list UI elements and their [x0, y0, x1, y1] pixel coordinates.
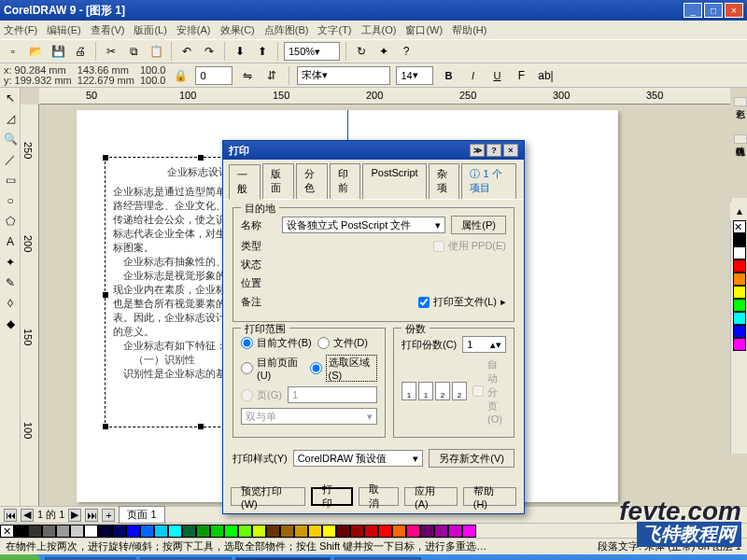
edit-text-icon[interactable]: ab|	[536, 66, 555, 85]
cut-icon[interactable]: ✂	[102, 42, 120, 61]
color-swatch[interactable]	[733, 338, 746, 351]
color-swatch[interactable]	[733, 299, 746, 312]
color-swatch[interactable]	[56, 525, 70, 538]
color-swatch[interactable]	[168, 525, 182, 538]
open-icon[interactable]: 📂	[26, 42, 45, 61]
first-page-icon[interactable]: ⏮	[4, 509, 17, 522]
start-button[interactable]: 开始	[0, 554, 41, 560]
dialog-help-icon[interactable]: ?	[486, 144, 501, 157]
color-swatch[interactable]	[266, 525, 280, 538]
redo-icon[interactable]: ↷	[200, 42, 218, 61]
last-page-icon[interactable]: ⏭	[85, 509, 98, 522]
page-tab[interactable]: 页面 1	[119, 506, 164, 524]
color-swatch[interactable]	[280, 525, 294, 538]
menu-edit[interactable]: 编辑(E)	[47, 23, 81, 37]
web-icon[interactable]: ?	[397, 42, 416, 61]
print-style-combo[interactable]: CorelDRAW 预设值▾	[293, 450, 424, 467]
tab-issues[interactable]: ⓘ 1 个项目	[461, 163, 516, 199]
underline-icon[interactable]: U	[487, 66, 506, 85]
color-swatch[interactable]	[196, 525, 210, 538]
eyedropper-tool-icon[interactable]: ✎	[0, 273, 21, 293]
color-swatch[interactable]	[294, 525, 308, 538]
dialog-expand-icon[interactable]: ≫	[470, 144, 485, 157]
color-swatch[interactable]	[182, 525, 196, 538]
tab-separations[interactable]: 分色	[296, 163, 328, 199]
mirror-h-icon[interactable]: ⇋	[238, 66, 257, 85]
freehand-tool-icon[interactable]: ／	[0, 149, 21, 170]
menu-tools[interactable]: 工具(O)	[361, 23, 397, 37]
color-swatch[interactable]	[733, 312, 746, 325]
palette-up-icon[interactable]: ▴	[730, 202, 748, 220]
text-tool-icon[interactable]: A	[0, 231, 21, 252]
menu-effects[interactable]: 效果(C)	[220, 23, 255, 37]
properties-button[interactable]: 属性(P)	[451, 216, 506, 234]
color-swatch[interactable]	[378, 525, 392, 538]
fill-docker-tab[interactable]: 特殊填色	[734, 134, 747, 144]
color-swatch[interactable]	[733, 259, 746, 273]
paste-icon[interactable]: 📋	[147, 42, 165, 61]
dialog-close-icon[interactable]: ×	[503, 144, 518, 157]
menu-arrange[interactable]: 安排(A)	[176, 23, 211, 37]
rectangle-tool-icon[interactable]: ▭	[0, 170, 21, 190]
apply-button[interactable]: 应用(A)	[404, 487, 458, 506]
color-swatch[interactable]	[112, 525, 126, 538]
color-swatch[interactable]	[406, 525, 420, 538]
minimize-button[interactable]: _	[684, 3, 702, 18]
tab-misc[interactable]: 杂项	[429, 163, 460, 199]
color-swatch[interactable]	[448, 525, 462, 538]
dialog-titlebar[interactable]: 打印 ≫ ? ×	[223, 141, 524, 160]
color-docker-tab[interactable]: 色彩	[734, 97, 747, 106]
color-swatch[interactable]	[434, 525, 448, 538]
lock-icon[interactable]: 🔒	[171, 66, 190, 85]
tab-layout[interactable]: 版面	[262, 163, 294, 199]
outline-tool-icon[interactable]: ◊	[0, 293, 21, 314]
selection-handle[interactable]	[198, 155, 204, 161]
documents-radio[interactable]	[317, 337, 330, 349]
color-swatch[interactable]	[462, 525, 476, 538]
current-doc-radio[interactable]	[241, 337, 253, 349]
cancel-button[interactable]: 取消	[359, 487, 399, 506]
color-swatch[interactable]	[733, 325, 746, 338]
interactive-tool-icon[interactable]: ✦	[0, 252, 21, 273]
selection-radio[interactable]	[310, 362, 322, 374]
selection-handle[interactable]	[103, 292, 108, 298]
maximize-button[interactable]: □	[704, 3, 723, 18]
color-swatch[interactable]	[420, 525, 434, 538]
polygon-tool-icon[interactable]: ⬠	[0, 211, 21, 231]
color-swatch[interactable]	[733, 286, 746, 299]
new-icon[interactable]: ▫	[4, 42, 22, 61]
export-icon[interactable]: ⬆	[253, 42, 272, 61]
print-to-file-checkbox[interactable]	[418, 297, 430, 308]
color-swatch[interactable]	[42, 525, 56, 538]
rotation-input[interactable]: 0	[195, 66, 233, 85]
refresh-icon[interactable]: ↻	[352, 42, 371, 61]
bold-icon[interactable]: B	[439, 66, 458, 85]
fill-tool-icon[interactable]: ◆	[0, 314, 21, 334]
color-swatch[interactable]	[322, 525, 336, 538]
pick-tool-icon[interactable]: ↖	[0, 88, 21, 108]
prev-page-icon[interactable]: ◀	[21, 509, 34, 522]
vertical-ruler[interactable]: 250 200 150 100	[21, 105, 39, 506]
color-swatch[interactable]	[70, 525, 84, 538]
color-swatch[interactable]	[733, 233, 746, 246]
print-preview-button[interactable]: 预览打印(W)	[231, 487, 305, 506]
color-swatch[interactable]	[308, 525, 322, 538]
color-swatch[interactable]	[126, 525, 140, 538]
color-swatch[interactable]	[252, 525, 266, 538]
current-page-radio[interactable]	[241, 362, 253, 374]
horizontal-ruler[interactable]: 50 100 150 200 250 300 350	[39, 88, 730, 105]
next-page-icon[interactable]: ▶	[68, 509, 81, 522]
import-icon[interactable]: ⬇	[231, 42, 249, 61]
color-swatch[interactable]	[364, 525, 378, 538]
italic-icon[interactable]: I	[463, 66, 482, 85]
help-button[interactable]: 帮助(H)	[463, 487, 516, 506]
format-text-icon[interactable]: F	[512, 66, 530, 85]
print-button[interactable]: 打印	[311, 487, 353, 506]
menu-help[interactable]: 帮助(H)	[452, 23, 486, 37]
close-button[interactable]: ×	[725, 3, 743, 18]
menu-file[interactable]: 文件(F)	[4, 23, 37, 37]
tab-prepress[interactable]: 印前	[330, 163, 361, 199]
zoom-tool-icon[interactable]: 🔍	[0, 129, 21, 149]
menu-view[interactable]: 查看(V)	[91, 23, 125, 37]
mirror-v-icon[interactable]: ⇵	[262, 66, 281, 85]
